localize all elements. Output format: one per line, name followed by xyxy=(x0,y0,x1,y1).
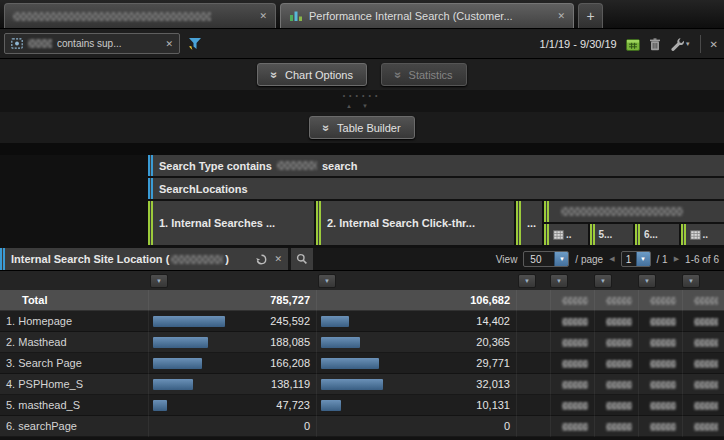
table-row[interactable]: 5. masthead_S 47,723 10,131 xyxy=(0,395,724,416)
bar-internal-search-clickthrough xyxy=(321,337,360,348)
bar-internal-searches xyxy=(153,379,193,390)
metric-accent-stripe xyxy=(148,201,153,245)
tools-menu[interactable]: ▼ xyxy=(670,37,691,51)
redacted-value xyxy=(562,360,588,368)
value-internal-searches: 166,208 xyxy=(270,353,310,374)
redacted-value xyxy=(694,423,718,431)
row-label: 4. PSPHome_S xyxy=(0,374,148,395)
subcolumn-header-5[interactable]: 5... xyxy=(590,224,634,245)
cell-internal-search-clickthrough: 14,402 xyxy=(316,311,516,332)
cell-collapsed-column xyxy=(516,311,550,332)
redacted-value xyxy=(650,297,676,305)
cell-redacted-metric xyxy=(594,395,638,416)
page-number-value: 1 xyxy=(622,254,636,265)
subcolumn-header-6[interactable]: 6... xyxy=(635,224,679,245)
cell-internal-searches: 47,723 xyxy=(148,395,316,416)
redacted-value xyxy=(650,339,676,347)
value-internal-search-clickthrough: 0 xyxy=(504,416,510,437)
bar-internal-search-clickthrough xyxy=(321,358,379,369)
subcolumn-header-4[interactable]: .. xyxy=(681,224,724,245)
column-filter-button[interactable]: ▼ xyxy=(550,274,568,288)
redacted-value xyxy=(562,318,588,326)
chart-options-button[interactable]: » Chart Options xyxy=(257,63,367,86)
cell-redacted-metric xyxy=(550,332,594,353)
redacted-value xyxy=(606,423,632,431)
table-row[interactable]: 1. Homepage 245,592 14,402 xyxy=(0,311,724,332)
metric-accent-stripe xyxy=(544,224,549,245)
bar-internal-search-clickthrough xyxy=(321,379,383,390)
chevron-down-icon: ▼ xyxy=(685,41,691,47)
metric-accent-stripe xyxy=(681,224,686,245)
prev-page-icon[interactable]: ◀ xyxy=(609,255,614,263)
segment-chip[interactable]: contains sup... ✕ xyxy=(4,33,180,54)
value-internal-searches: 138,119 xyxy=(271,374,310,395)
filter-prefix: Search Type contains xyxy=(159,160,272,172)
close-icon[interactable]: ✕ xyxy=(274,254,282,264)
refresh-icon[interactable] xyxy=(256,254,267,265)
cell-internal-searches: 166,208 xyxy=(148,353,316,374)
cell-redacted-metric xyxy=(594,332,638,353)
filter-funnel-icon[interactable] xyxy=(188,37,202,51)
breakdown-filter-header[interactable]: Search Type contains search xyxy=(148,155,724,176)
cell-redacted-metric xyxy=(682,353,724,374)
chart-splitter-handle[interactable]: •••••• ▲▼ xyxy=(0,90,724,112)
chart-icon xyxy=(289,10,303,22)
pagination-cluster: View 50 ▼ / page ◀ 1 ▼ / 1 ▶ 1-6 of 6 xyxy=(496,251,724,267)
column-group-title[interactable] xyxy=(544,201,724,222)
metric-accent-stripe xyxy=(516,201,521,245)
page-number-select[interactable]: 1 ▼ xyxy=(621,251,651,267)
statistics-button[interactable]: » Statistics xyxy=(381,63,467,86)
tab-performance-internal-search[interactable]: Performance Internal Search (Customer...… xyxy=(280,3,574,28)
tab-title: Performance Internal Search (Customer... xyxy=(309,10,513,22)
column-header-internal-search-clickthrough[interactable]: 2. Internal Search Click-thr... xyxy=(316,201,514,245)
row-label: 6. searchPage xyxy=(0,416,148,437)
cell-internal-search-clickthrough: 20,365 xyxy=(316,332,516,353)
new-tab-button[interactable]: + xyxy=(578,3,603,28)
close-icon[interactable]: ✕ xyxy=(557,11,565,21)
next-page-icon[interactable]: ▶ xyxy=(674,255,679,263)
close-panel-icon[interactable]: ✕ xyxy=(710,39,718,50)
table-row[interactable]: Total 785,727 106,682 xyxy=(0,290,724,311)
row-label: 2. Masthead xyxy=(0,332,148,353)
date-range[interactable]: 1/1/19 - 9/30/19 xyxy=(540,38,617,50)
chart-options-label: Chart Options xyxy=(285,69,353,81)
cell-redacted-metric xyxy=(638,311,682,332)
table-row[interactable]: 6. searchPage 0 0 xyxy=(0,416,724,437)
table-row[interactable]: 3. Search Page 166,208 29,771 xyxy=(0,353,724,374)
cell-internal-search-clickthrough: 32,013 xyxy=(316,374,516,395)
column-filter-button[interactable]: ▼ xyxy=(682,274,700,288)
dropdown-icon[interactable]: ▼ xyxy=(554,252,568,266)
table-row[interactable]: 2. Masthead 188,085 20,365 xyxy=(0,332,724,353)
bar-internal-searches xyxy=(153,316,225,327)
cell-redacted-metric xyxy=(638,290,682,311)
column-filter-button[interactable]: ▼ xyxy=(594,274,612,288)
tab-report-redacted[interactable]: ✕ xyxy=(4,3,276,28)
dropdown-icon[interactable]: ▼ xyxy=(636,252,650,266)
value-internal-search-clickthrough: 10,131 xyxy=(476,395,510,416)
table-row[interactable]: 4. PSPHome_S 138,119 32,013 xyxy=(0,374,724,395)
breakdown-dimension-header[interactable]: SearchLocations xyxy=(148,178,724,199)
table-search-button[interactable] xyxy=(291,248,313,270)
calendar-icon[interactable] xyxy=(626,38,640,51)
up-arrow-icon: ▲ xyxy=(346,103,362,109)
column-header-group-redacted: .. 5... 6... .. xyxy=(544,201,724,245)
table-builder-button[interactable]: » Table Builder xyxy=(309,116,414,139)
close-icon[interactable]: ✕ xyxy=(259,11,267,21)
column-header-collapsed[interactable]: ... xyxy=(516,201,542,245)
trash-icon[interactable] xyxy=(649,38,661,51)
column-label: ... xyxy=(527,217,536,229)
redacted-value xyxy=(650,423,676,431)
rows-per-page-select[interactable]: 50 ▼ xyxy=(523,251,569,267)
table-title-bar[interactable]: Internal Search Site Location ( ) ✕ xyxy=(0,248,288,270)
close-icon[interactable]: ✕ xyxy=(165,39,173,49)
column-label: 1. Internal Searches ... xyxy=(159,217,275,229)
subcolumn-header-1[interactable]: .. xyxy=(544,224,588,245)
column-filter-button[interactable]: ▼ xyxy=(638,274,656,288)
column-filter-button[interactable]: ▼ xyxy=(318,274,336,288)
per-page-label: / page xyxy=(575,254,603,265)
column-filter-button[interactable]: ▼ xyxy=(518,274,536,288)
column-filter-button[interactable]: ▼ xyxy=(150,274,168,288)
column-headers: 1. Internal Searches ... 2. Internal Sea… xyxy=(148,201,724,245)
column-header-internal-searches[interactable]: 1. Internal Searches ... xyxy=(148,201,314,245)
cell-redacted-metric xyxy=(594,290,638,311)
